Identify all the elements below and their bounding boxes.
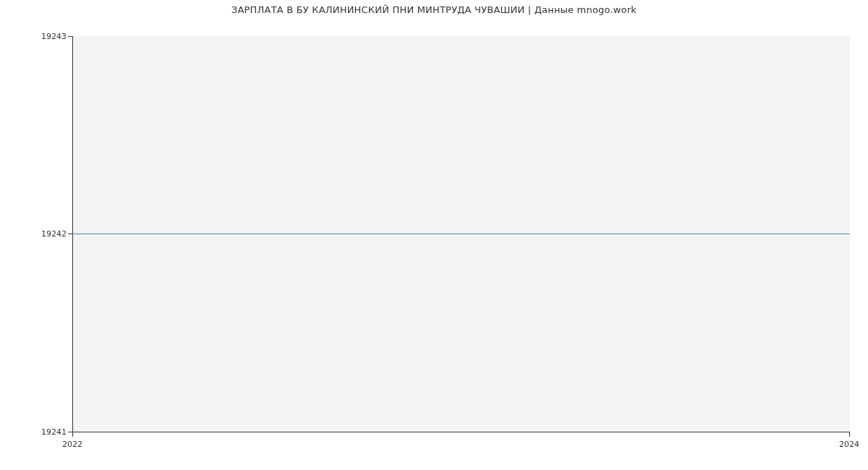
y-tick-label: 19243 bbox=[3, 32, 67, 41]
chart-title: ЗАРПЛАТА В БУ КАЛИНИНСКИЙ ПНИ МИНТРУДА Ч… bbox=[0, 4, 868, 15]
y-tick-label: 19241 bbox=[3, 427, 67, 437]
x-tick-label: 2024 bbox=[827, 440, 868, 449]
y-tick bbox=[68, 36, 72, 37]
y-tick-label: 19242 bbox=[3, 229, 67, 239]
data-line-series-1 bbox=[72, 234, 850, 234]
x-tick bbox=[72, 432, 73, 437]
x-tick-label: 2022 bbox=[51, 440, 94, 449]
x-tick bbox=[849, 432, 850, 437]
plot-area bbox=[72, 36, 850, 432]
chart-container: ЗАРПЛАТА В БУ КАЛИНИНСКИЙ ПНИ МИНТРУДА Ч… bbox=[0, 0, 868, 470]
